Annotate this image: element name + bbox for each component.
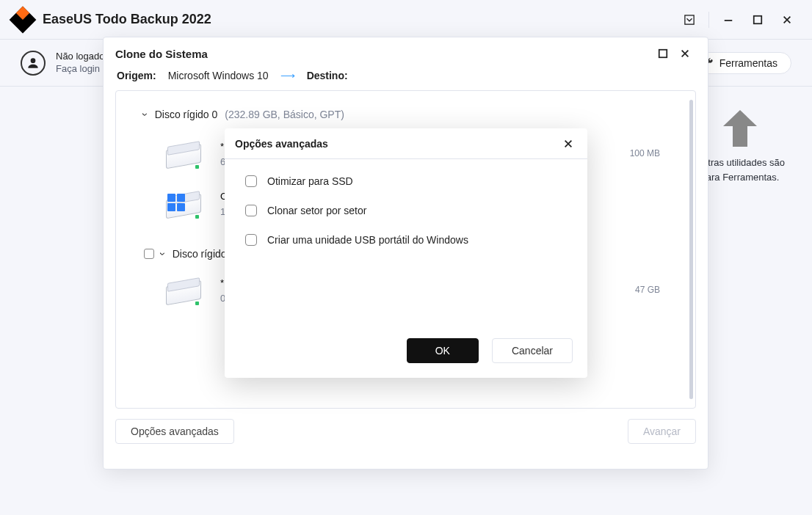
disk-header[interactable]: › Disco rígido 0 (232.89 GB, Básico, GPT… — [144, 109, 660, 120]
source-label: Origem: — [117, 70, 156, 81]
option-checkbox[interactable] — [245, 234, 257, 246]
svg-rect-4 — [659, 50, 667, 58]
user-info: Não logado Faça login — [56, 51, 105, 76]
source-value: Microsoft Windows 10 — [168, 70, 269, 81]
clone-dialog-close-button[interactable] — [674, 43, 696, 65]
disk-select-checkbox[interactable] — [144, 249, 154, 259]
clone-dialog-title: Clone do Sistema — [115, 48, 208, 60]
drive-icon — [163, 277, 204, 308]
avatar-icon[interactable] — [21, 51, 46, 76]
drive-icon — [163, 141, 204, 172]
svg-rect-0 — [685, 15, 694, 23]
user-status: Não logado — [56, 51, 105, 63]
advanced-options-dialog: Opções avançadas Otimizar para SSD Clona… — [225, 128, 587, 378]
minimize-button[interactable] — [714, 5, 743, 34]
up-arrow-icon — [723, 110, 757, 147]
clone-dialog-maximize-button[interactable] — [652, 43, 674, 65]
titlebar-dropdown-button[interactable] — [675, 5, 704, 34]
titlebar: EaseUS Todo Backup 2022 — [0, 0, 812, 40]
titlebar-separator — [708, 12, 709, 28]
option-label: Criar uma unidade USB portátil do Window… — [267, 234, 468, 246]
option-row[interactable]: Otimizar para SSD — [245, 175, 567, 187]
svg-rect-2 — [754, 15, 762, 23]
chevron-down-icon: › — [157, 252, 169, 256]
clone-dialog-footer: Opções avançadas Avançar — [104, 409, 708, 444]
cancel-button[interactable]: Cancelar — [492, 338, 573, 363]
advanced-options-close-button[interactable] — [559, 135, 577, 153]
disk-meta: (232.89 GB, Básico, GPT) — [225, 109, 344, 120]
clone-source-dest-row: Origem: Microsoft Windows 10 ⟶ Destino: — [104, 70, 708, 90]
advanced-options-titlebar: Opções avançadas — [225, 128, 587, 159]
advanced-options-button[interactable]: Opções avançadas — [115, 419, 234, 444]
option-checkbox[interactable] — [245, 175, 257, 187]
os-drive-icon — [163, 191, 204, 222]
dest-label: Destino: — [307, 70, 348, 81]
close-button[interactable] — [772, 5, 802, 34]
advanced-options-body: Otimizar para SSD Clonar setor por setor… — [225, 159, 587, 338]
svg-point-3 — [31, 58, 36, 63]
app-logo-icon — [10, 6, 37, 33]
app-title: EaseUS Todo Backup 2022 — [43, 12, 211, 27]
svg-rect-1 — [725, 20, 733, 21]
option-label: Otimizar para SSD — [267, 175, 353, 187]
arrow-right-icon: ⟶ — [280, 70, 295, 81]
ok-button[interactable]: OK — [407, 338, 479, 363]
option-row[interactable]: Criar uma unidade USB portátil do Window… — [245, 234, 567, 246]
maximize-button[interactable] — [743, 5, 772, 34]
advanced-options-footer: OK Cancelar — [225, 338, 587, 378]
option-row[interactable]: Clonar setor por setor — [245, 205, 567, 216]
clone-dialog-titlebar: Clone do Sistema — [104, 37, 708, 70]
next-button[interactable]: Avançar — [628, 419, 696, 444]
login-link[interactable]: Faça login — [56, 63, 105, 76]
chevron-down-icon: › — [139, 113, 151, 117]
option-checkbox[interactable] — [245, 205, 257, 216]
disk-name: Disco rígido 0 — [155, 109, 218, 120]
scrollbar[interactable] — [689, 100, 693, 399]
advanced-options-title: Opções avançadas — [235, 138, 328, 150]
option-label: Clonar setor por setor — [267, 205, 366, 216]
tools-label: Ferramentas — [719, 57, 777, 69]
